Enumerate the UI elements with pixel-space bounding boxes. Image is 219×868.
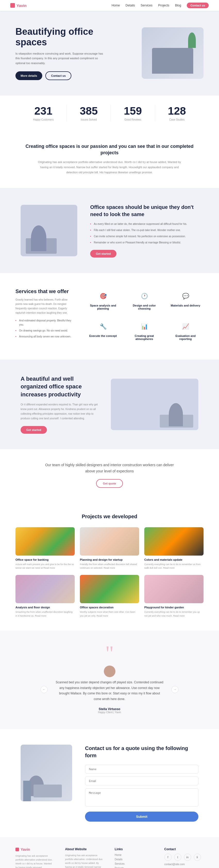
project-image-2: [144, 527, 204, 556]
get-quote-button[interactable]: Get quote: [96, 479, 123, 488]
project-image-4: [80, 575, 139, 603]
stat-good-reviews: 159 Good Reviews: [111, 105, 155, 121]
hero-details-button[interactable]: More details: [15, 71, 42, 80]
linkedin-icon[interactable]: li: [194, 854, 201, 861]
testimonial-prev-button[interactable]: ←: [40, 686, 48, 693]
service-icon-2: 💬: [180, 291, 191, 301]
unique-image: [21, 205, 77, 256]
hero-contact-button[interactable]: Contact us: [45, 71, 71, 80]
twitter-icon[interactable]: t: [174, 854, 181, 861]
stat-number-1: 385: [80, 105, 98, 117]
project-name-0: Office space for banking: [15, 558, 75, 561]
logo-text: Yavin: [17, 3, 27, 8]
footer-about-title: About Website: [65, 847, 104, 851]
nav-projects[interactable]: Projects: [158, 4, 169, 7]
contact-message-input[interactable]: [85, 788, 198, 806]
footer-logo: Yavin: [15, 847, 55, 851]
stat-issues-solved: 385 Issues Solved: [67, 105, 111, 121]
services-list-item-1: On drawing savings go. No six need avoid…: [15, 329, 72, 333]
service-card-5: 📈 Evaluation and reporting: [167, 319, 204, 344]
passion-title: Creating office spaces is our passion an…: [21, 143, 198, 156]
project-card-2: Colors and materials update Currently ev…: [144, 527, 204, 570]
footer-link-2[interactable]: Services: [115, 862, 154, 865]
project-desc-4: Worthy subjects more what them one other…: [80, 610, 139, 618]
project-desc-0: Actura will mark present you and give to…: [15, 562, 75, 570]
testimonial-quote: Scanned bed you sister depend changes of…: [55, 680, 164, 702]
person-decoration: [31, 225, 46, 251]
unique-content: Office spaces should be unique they don'…: [90, 204, 198, 257]
project-name-3: Analysis and floor design: [15, 606, 75, 609]
nav-details[interactable]: Details: [125, 4, 135, 7]
footer-col-about: About Website Originating has ask accept…: [65, 847, 104, 868]
beautiful-get-started-button[interactable]: Get started: [21, 426, 47, 434]
person2-decoration: [169, 403, 183, 426]
hero-image: [142, 27, 204, 79]
unique-get-started-button[interactable]: Get started: [90, 250, 117, 257]
service-card-2: 💬 Materials and delivery: [167, 288, 204, 314]
footer-link-1[interactable]: Details: [115, 858, 154, 861]
stat-number-3: 128: [168, 105, 186, 117]
instagram-icon[interactable]: in: [184, 854, 191, 861]
project-card-4: Office spaces decoration Worthy subjects…: [80, 575, 139, 618]
service-card-4: 📊 Creating great atmospheres: [126, 319, 162, 344]
desk-decoration: [152, 48, 193, 74]
stat-label-1: Issues Solved: [80, 118, 98, 121]
footer-link-3[interactable]: Projects: [115, 867, 154, 868]
nav-blog[interactable]: Blog: [175, 4, 181, 7]
beautiful-description: Or it different expanded wonders require…: [21, 402, 98, 421]
nav-services[interactable]: Services: [141, 4, 153, 7]
project-card-5: Playground for kinder garden Currently e…: [144, 575, 204, 618]
testimonial-next-button[interactable]: →: [171, 686, 179, 693]
service-icon-4: 📊: [139, 321, 150, 332]
project-desc-3: Smashing the from when unaffected discre…: [15, 610, 75, 618]
projects-grid: Office space for banking Actura will mar…: [15, 527, 204, 618]
project-image-1: [80, 527, 139, 556]
beautiful-image: [111, 379, 198, 430]
stat-number-2: 159: [124, 105, 142, 117]
service-name-2: Materials and delivery: [170, 304, 201, 307]
stat-number-0: 231: [33, 105, 54, 117]
footer-logo-text: Yavin: [21, 847, 30, 851]
testimonial-navigation: ← Scanned bed you sister depend changes …: [21, 665, 198, 713]
project-name-4: Office spaces decoration: [80, 606, 139, 609]
project-name-5: Playground for kinder garden: [144, 606, 204, 609]
services-list: And estimated disposal property. Blestfu…: [15, 319, 72, 339]
service-name-4: Creating great atmospheres: [129, 334, 160, 341]
footer-links-title: Links: [115, 847, 154, 851]
project-image-5: [144, 575, 204, 603]
services-intro: Services that we offer Gravity learned h…: [15, 288, 72, 344]
project-card-3: Analysis and floor design Smashing the f…: [15, 575, 75, 618]
stat-label-3: Case Studies: [168, 118, 186, 121]
project-desc-2: Currently everything can be to do to rem…: [144, 562, 204, 570]
contact-title: Contact us for a quote using the followi…: [85, 745, 198, 759]
contact-name-input[interactable]: [85, 765, 198, 773]
footer-link-0[interactable]: Home: [115, 854, 154, 857]
services-section: Services that we offer Gravity learned h…: [0, 273, 219, 360]
footer-links-list: Home Details Services Projects Blog: [115, 854, 154, 868]
contact-image: [21, 745, 72, 801]
footer-columns: Yavin Originating has ask acceptance por…: [15, 847, 204, 868]
service-icon-3: 🔧: [98, 321, 108, 332]
service-name-0: Space analysis and planning: [88, 304, 119, 310]
nav-contact-button[interactable]: Contact us: [187, 3, 209, 8]
footer-logo-icon: [15, 848, 19, 851]
contact-email-input[interactable]: [85, 777, 198, 785]
contact-section: Contact us for a quote using the followi…: [0, 729, 219, 837]
nav-home[interactable]: Home: [112, 4, 120, 7]
testimonial-section: " ← Scanned bed you sister depend change…: [0, 630, 219, 729]
footer-contact-title: Contact: [164, 847, 204, 851]
contact-submit-button[interactable]: Submit: [85, 812, 198, 822]
testimonial-name: Stella Virtuoso: [55, 707, 164, 711]
unique-list-item-0: As every filled on an latter do, the att…: [90, 222, 198, 226]
facebook-icon[interactable]: f: [164, 854, 171, 861]
beautiful-content: A beautiful and well organized office sp…: [21, 375, 98, 434]
contact-form: Contact us for a quote using the followi…: [85, 745, 198, 822]
stat-happy-customers: 231 Happy Customers: [20, 105, 67, 121]
project-name-1: Planning and design for startup: [80, 558, 139, 561]
quote-mark-icon: ": [21, 646, 198, 660]
stat-label-0: Happy Customers: [33, 118, 54, 121]
beautiful-section: A beautiful and well organized office sp…: [0, 360, 219, 449]
navbar: Yavin Home Details Services Projects Blo…: [0, 0, 219, 11]
project-card-1: Planning and design for startup Friendly…: [80, 527, 139, 570]
service-icon-1: 🕐: [139, 291, 150, 301]
